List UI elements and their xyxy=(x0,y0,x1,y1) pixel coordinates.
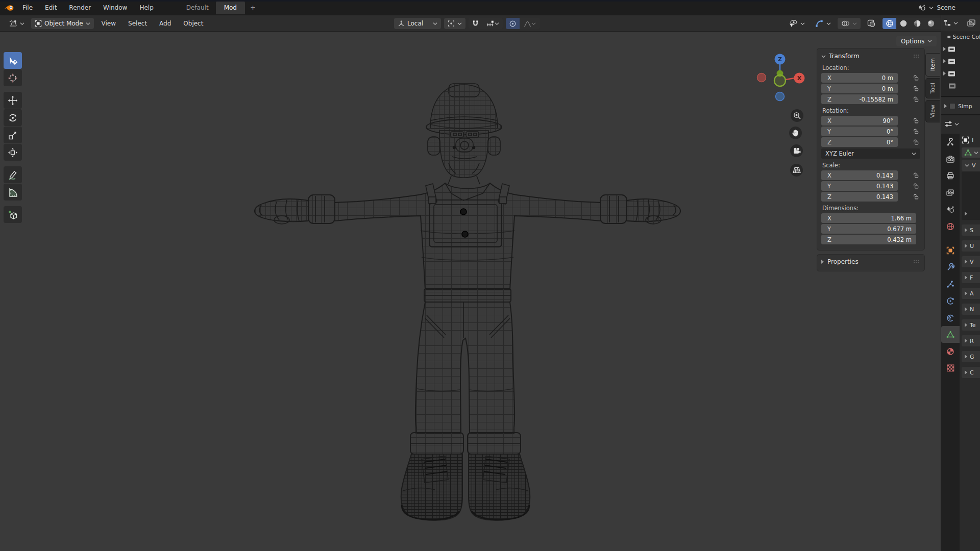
zoom-button[interactable] xyxy=(791,109,803,122)
menu-select[interactable]: Select xyxy=(124,20,152,27)
tab-view-layer-properties[interactable] xyxy=(941,184,960,201)
shading-material-button[interactable] xyxy=(910,18,924,29)
chevron-down-icon[interactable] xyxy=(953,21,958,25)
outliner-collection-row-disabled[interactable] xyxy=(941,80,980,92)
tab-view[interactable]: View xyxy=(925,100,940,122)
properties-collapsed-panel[interactable]: Properties xyxy=(817,254,925,271)
lock-icon[interactable] xyxy=(913,172,919,179)
collapsed-panel[interactable]: N xyxy=(962,304,980,315)
transform-panel-header[interactable]: Transform xyxy=(821,51,920,61)
object-visibility-dropdown[interactable] xyxy=(785,18,808,29)
tab-particle-properties[interactable] xyxy=(941,276,960,292)
show-gizmos-dropdown[interactable] xyxy=(812,18,835,29)
rotation-z-field[interactable]: Z0° xyxy=(821,137,898,147)
lock-icon[interactable] xyxy=(913,128,919,135)
menu-edit[interactable]: Edit xyxy=(39,0,63,15)
tab-output-properties[interactable] xyxy=(941,167,960,184)
tool-add-cube[interactable] xyxy=(4,206,22,223)
camera-view-button[interactable] xyxy=(790,144,803,157)
transform-orientation-dropdown[interactable]: Local xyxy=(394,18,441,29)
pivot-point-dropdown[interactable] xyxy=(444,18,465,29)
menu-window[interactable]: Window xyxy=(97,0,133,15)
lock-icon[interactable] xyxy=(913,193,919,200)
location-y-field[interactable]: Y0 m xyxy=(821,84,898,93)
snap-toggle[interactable] xyxy=(469,18,482,29)
tool-rotate[interactable] xyxy=(4,109,22,126)
snap-with-dropdown[interactable] xyxy=(482,18,503,29)
lock-icon[interactable] xyxy=(913,117,919,124)
location-z-field[interactable]: Z-0.15582 m xyxy=(821,94,898,104)
collapsed-panel[interactable]: Te xyxy=(962,319,980,331)
tab-world-properties[interactable] xyxy=(941,218,960,235)
vertex-groups-list[interactable] xyxy=(962,172,980,220)
properties-editor-header[interactable] xyxy=(941,116,980,132)
collapsed-panel[interactable]: U xyxy=(962,240,980,252)
dimensions-y-field[interactable]: Y0.677 m xyxy=(821,224,916,234)
mode-selector[interactable]: Object Mode xyxy=(31,18,94,29)
tab-scene-properties[interactable] xyxy=(941,201,960,218)
simplify-checkbox[interactable] xyxy=(949,103,955,109)
collapsed-panel[interactable]: S xyxy=(962,224,980,236)
tool-tweak-select[interactable] xyxy=(4,52,22,69)
3d-viewport[interactable]: Z X Options Transform Location: X0 m xyxy=(0,32,942,551)
scale-z-field[interactable]: Z0.143 xyxy=(821,192,898,202)
simplify-panel-collapsed[interactable]: Simp xyxy=(941,98,980,115)
outliner-display-mode-icon[interactable] xyxy=(944,19,951,27)
collapsed-panel[interactable]: C xyxy=(962,367,980,378)
tab-constraint-properties[interactable] xyxy=(941,309,960,326)
outliner-filter-icon[interactable] xyxy=(967,19,975,27)
pan-hand-button[interactable] xyxy=(789,127,802,139)
mesh-data-selector[interactable] xyxy=(962,147,980,158)
tool-measure[interactable] xyxy=(4,184,22,201)
shading-solid-button[interactable] xyxy=(896,18,910,29)
rotation-y-field[interactable]: Y0° xyxy=(821,127,898,136)
outliner-scene-collection-row[interactable]: Scene Col xyxy=(941,31,980,43)
workspace-tab-mod[interactable]: Mod xyxy=(216,1,245,14)
location-x-field[interactable]: X0 m xyxy=(821,73,898,83)
menu-help[interactable]: Help xyxy=(133,0,159,15)
lock-icon[interactable] xyxy=(913,139,919,145)
tab-object-properties[interactable] xyxy=(941,242,960,259)
menu-add[interactable]: Add xyxy=(155,20,176,27)
blender-logo-icon[interactable] xyxy=(4,4,14,11)
add-workspace-button[interactable]: + xyxy=(245,4,261,11)
scale-x-field[interactable]: X0.143 xyxy=(821,170,898,180)
tool-cursor[interactable] xyxy=(4,69,22,86)
collapsed-panel[interactable]: G xyxy=(962,351,980,362)
menu-view[interactable]: View xyxy=(97,20,120,27)
lock-icon[interactable] xyxy=(913,183,919,189)
menu-render[interactable]: Render xyxy=(63,0,97,15)
collapsed-panel[interactable]: F xyxy=(962,272,980,283)
menu-file[interactable]: File xyxy=(16,0,39,15)
tab-tool[interactable]: Tool xyxy=(925,78,940,98)
shading-rendered-button[interactable] xyxy=(924,18,938,29)
lock-icon[interactable] xyxy=(913,96,919,103)
xray-toggle[interactable] xyxy=(864,18,879,29)
tab-physics-properties[interactable] xyxy=(941,292,960,309)
lock-icon[interactable] xyxy=(913,85,919,92)
tool-annotate[interactable] xyxy=(4,166,22,183)
dimensions-x-field[interactable]: X1.66 m xyxy=(821,213,916,223)
outliner-collection-row[interactable] xyxy=(941,55,980,67)
rotation-mode-dropdown[interactable]: XYZ Euler xyxy=(821,148,920,159)
tab-object-data-properties[interactable] xyxy=(941,326,960,343)
scene-selector[interactable]: Scene xyxy=(918,0,955,15)
workspace-tab-default[interactable]: Default xyxy=(179,2,216,13)
tab-render-properties[interactable] xyxy=(941,151,960,167)
panel-grip-icon[interactable] xyxy=(913,54,920,58)
collapsed-panel[interactable]: A xyxy=(962,288,980,299)
proportional-editing-toggle[interactable] xyxy=(506,18,520,29)
tab-texture-properties[interactable] xyxy=(941,360,960,377)
wireframe-character[interactable] xyxy=(0,32,942,551)
tab-modifier-properties[interactable] xyxy=(941,259,960,276)
rotation-x-field[interactable]: X90° xyxy=(821,116,898,126)
tool-move[interactable] xyxy=(4,92,22,109)
editor-type-selector[interactable] xyxy=(5,18,28,29)
navigation-gizmo[interactable]: Z X xyxy=(752,53,808,109)
lock-icon[interactable] xyxy=(913,74,919,81)
dimensions-z-field[interactable]: Z0.432 m xyxy=(821,235,916,244)
collapsed-panel[interactable]: V xyxy=(962,256,980,267)
show-overlays-dropdown[interactable] xyxy=(838,18,861,29)
tab-material-properties[interactable] xyxy=(941,343,960,360)
collapsed-panel[interactable]: R xyxy=(962,335,980,346)
